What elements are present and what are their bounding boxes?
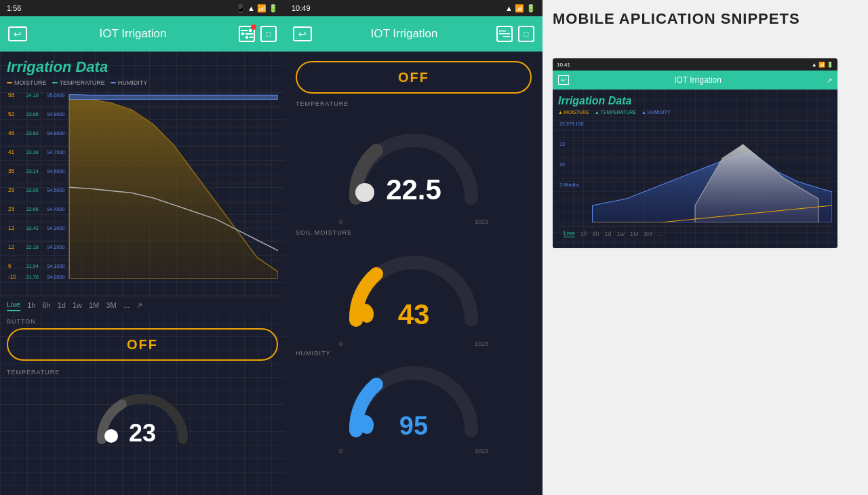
time-btn-3m[interactable]: 3M [106, 300, 116, 311]
thumb-chart-title: Irrigation Data [558, 95, 832, 107]
thumb-back-icon: ↩ [558, 75, 569, 85]
off-section-2: OFF [285, 52, 542, 94]
chart-section-1: Irrigation Data MOISTURE TEMPERATURE HUM… [0, 52, 285, 296]
svg-rect-0 [241, 30, 249, 31]
time-btn-1w[interactable]: 1w [73, 300, 82, 311]
svg-text:22.18: 22.18 [26, 244, 39, 250]
button-section-label: BUTTON [7, 318, 278, 325]
status-icons-2: ▲ 📶 🔋 [505, 4, 536, 13]
legend-moisture: MOISTURE [7, 79, 47, 86]
svg-text:12: 12 [8, 244, 15, 250]
thumb-expand-icon: ↗ [827, 77, 832, 84]
thumbnail-card: 10:41 ▲ 📶 🔋 ↩ IOT Irrigation ↗ Irrigatio… [553, 58, 837, 248]
whatsapp-icon: 📱 [236, 4, 245, 13]
time-btn-more[interactable]: ... [123, 300, 130, 311]
thumb-time-6h[interactable]: 6h [593, 231, 599, 237]
settings-icon-1[interactable] [239, 26, 255, 42]
app-header-1: ↩ IOT Irrigation □ [0, 16, 285, 52]
button-section-1: BUTTON OFF [0, 314, 285, 365]
svg-text:94.0000: 94.0000 [47, 274, 64, 279]
thumb-content: Irrigation Data ▲ MOISTURE ▲ TEMPERATURE… [553, 90, 837, 248]
settings-icon-2[interactable] [496, 26, 513, 42]
moisture-section-2: SOIL MOISTURE 43 0 1023 [285, 225, 542, 347]
thumb-time-more[interactable]: ... [658, 231, 663, 237]
battery-icon: 🔋 [269, 4, 278, 13]
svg-text:23.86: 23.86 [26, 111, 39, 117]
thumb-time-live[interactable]: Live [564, 230, 575, 237]
svg-text:24.10: 24.10 [26, 92, 39, 98]
off-button-2[interactable]: OFF [296, 61, 532, 94]
temp-label-2: TEMPERATURE [296, 100, 532, 107]
svg-text:94.2000: 94.2000 [47, 244, 64, 250]
moisture-min-2: 0 [339, 340, 342, 347]
svg-text:94.3000: 94.3000 [47, 225, 64, 231]
svg-point-5 [245, 35, 249, 39]
svg-text:23.14: 23.14 [26, 168, 39, 174]
svg-text:58: 58 [8, 92, 15, 98]
humidity-section-2: HUMIDITY 95 0 1023 [285, 347, 542, 454]
expand-chart-icon[interactable]: ↗ [136, 300, 142, 311]
back-icon-1[interactable]: ↩ [8, 26, 27, 41]
status-time-1: 1:56 [7, 4, 21, 12]
temp-value-1: 23 [88, 419, 197, 448]
svg-text:22.375 100: 22.375 100 [559, 121, 583, 126]
time-btn-1m[interactable]: 1M [89, 300, 99, 311]
temp-section-2: TEMPERATURE 22.5 0 1023 [285, 94, 542, 225]
svg-text:52: 52 [8, 111, 15, 117]
signal-icon-2: ▲ [505, 4, 513, 12]
thumb-time-1d[interactable]: 1d [605, 231, 612, 237]
wifi-icon-2: 📶 [515, 4, 524, 13]
signal-icon: ▲ [248, 4, 255, 12]
app-title-2: IOT Irrigation [371, 27, 438, 41]
time-btn-1d[interactable]: 1d [58, 300, 66, 311]
temp-label-1: TEMPERATURE [7, 369, 278, 376]
thumb-status-bar: 10:41 ▲ 📶 🔋 [553, 58, 837, 71]
time-selector-1: Live 1h 6h 1d 1w 1M 3M ... ↗ [0, 296, 285, 314]
humidity-min-2: 0 [339, 448, 342, 454]
svg-text:23.38: 23.38 [26, 149, 39, 155]
time-btn-live[interactable]: Live [7, 299, 20, 311]
svg-text:3 Months: 3 Months [559, 182, 579, 187]
expand-icon-2[interactable]: □ [518, 26, 534, 42]
thumb-time-1h[interactable]: 1h [580, 231, 587, 237]
svg-rect-51 [499, 31, 506, 32]
thumb-time-1w[interactable]: 1w [617, 231, 625, 237]
back-icon-2[interactable]: ↩ [293, 26, 312, 41]
expand-icon-1[interactable]: □ [260, 26, 277, 42]
svg-text:94.4000: 94.4000 [47, 206, 64, 212]
chart-area-1: 58 52 46 41 35 29 23 12 12 6 -10 24.10 2… [7, 89, 278, 279]
thumb-time-1m[interactable]: 1M [630, 231, 639, 237]
svg-text:33: 33 [559, 162, 565, 167]
thumb-time-3m[interactable]: 3M [644, 231, 653, 237]
thumb-legend: ▲ MOISTURE ▲ TEMPERATURE ▲ HUMIDITY [558, 110, 832, 115]
svg-text:94.7000: 94.7000 [47, 149, 64, 155]
status-bar-2: 10:49 ▲ 📶 🔋 [285, 0, 542, 16]
svg-text:94.9000: 94.9000 [47, 111, 64, 117]
temp-min-2: 0 [339, 218, 342, 225]
legend-temperature: TEMPERATURE [52, 79, 105, 86]
phone-content-1: Irrigation Data MOISTURE TEMPERATURE HUM… [0, 52, 285, 495]
thumb-chart-svg: 22.375 100 33 33 3 Months [558, 117, 832, 222]
time-btn-6h[interactable]: 6h [42, 300, 50, 311]
moisture-label-2: SOIL MOISTURE [296, 229, 532, 236]
thumb-icons: ▲ 📶 🔋 [812, 62, 833, 68]
wifi-icon: 📶 [257, 4, 267, 13]
svg-text:35: 35 [8, 168, 15, 174]
svg-text:21.70: 21.70 [26, 274, 39, 279]
svg-text:12: 12 [8, 225, 15, 231]
time-btn-1h[interactable]: 1h [27, 300, 35, 311]
svg-point-4 [241, 32, 245, 36]
off-button-1[interactable]: OFF [7, 328, 278, 361]
moisture-max-2: 1023 [475, 340, 488, 347]
svg-text:29: 29 [8, 187, 15, 193]
svg-text:-10: -10 [8, 274, 16, 279]
svg-text:41: 41 [8, 149, 15, 155]
humidity-max-2: 1023 [475, 448, 488, 454]
humidity-value-2: 95 [339, 412, 488, 441]
battery-icon-2: 🔋 [526, 4, 536, 13]
status-icons-1: 📱 ▲ 📶 🔋 [236, 4, 278, 13]
app-title-1: IOT Irrigation [100, 27, 167, 41]
status-time-2: 10:49 [292, 4, 311, 12]
svg-text:94.1000: 94.1000 [47, 263, 64, 269]
thumb-time: 10:41 [557, 62, 570, 68]
